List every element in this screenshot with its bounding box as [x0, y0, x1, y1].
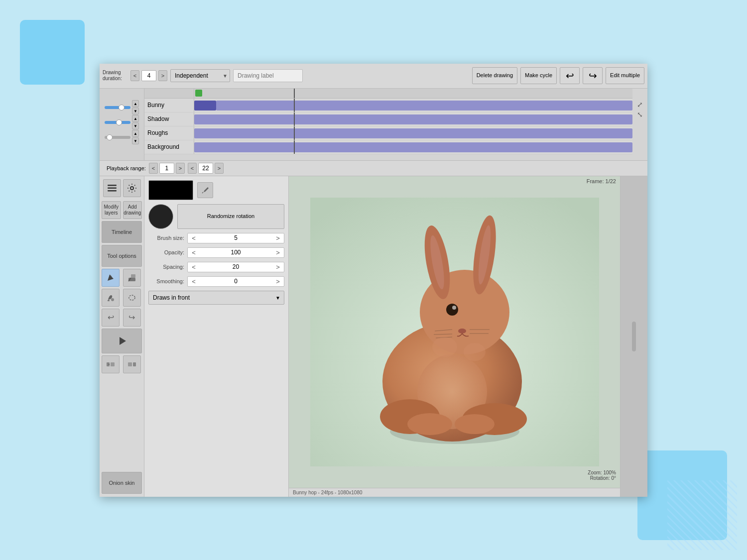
add-drawing-btn[interactable]: Add drawing	[123, 201, 142, 219]
eraser-tool-btn[interactable]	[123, 269, 141, 287]
roughs-layer-name: Roughs	[144, 126, 194, 140]
app-container: Drawing duration: < 4 > Independent Link…	[100, 64, 647, 497]
playback-end-decrease[interactable]: <	[188, 163, 197, 174]
scroll-right-btn[interactable]	[123, 355, 141, 373]
expand-btn[interactable]: ⤢	[637, 101, 643, 109]
fill-tool-btn[interactable]	[102, 289, 120, 307]
canvas-content[interactable]	[289, 176, 620, 488]
green-marker	[195, 90, 202, 97]
top-bar: Drawing duration: < 4 > Independent Link…	[100, 64, 647, 89]
play-btn[interactable]	[102, 329, 142, 353]
redo-tool-btn[interactable]: ↪	[123, 309, 141, 327]
tool-options-btn[interactable]: Tool options	[102, 245, 142, 267]
modify-layers-btn[interactable]: Modify layers	[102, 201, 121, 219]
undo-tool-btn[interactable]: ↩	[102, 309, 120, 327]
roughs-move-up[interactable]: ▲	[132, 130, 139, 137]
mode-dropdown[interactable]: Independent Linked	[170, 69, 230, 82]
brush-size-increase[interactable]: >	[274, 234, 282, 242]
roughs-track-row: Roughs	[144, 126, 632, 140]
smoothing-increase[interactable]: >	[274, 278, 282, 285]
color-swatch[interactable]	[148, 180, 193, 200]
smoothing-row: Smoothing: < 0 >	[148, 276, 284, 287]
hamburger-btn[interactable]	[103, 179, 121, 197]
mode-dropdown-wrap: Independent Linked ▼	[170, 69, 230, 82]
svg-point-21	[455, 414, 495, 434]
background-layer-name: Background	[144, 140, 194, 154]
delete-drawing-btn[interactable]: Delete drawing	[472, 67, 517, 84]
svg-rect-10	[111, 362, 115, 366]
scroll-left-btn[interactable]	[102, 355, 120, 373]
brush-size-stepper: < 5 >	[187, 233, 284, 243]
playback-start-increase[interactable]: >	[176, 163, 185, 174]
zoom-level: Zoom: 100%	[588, 470, 616, 475]
background-track-row: Background	[144, 140, 632, 154]
shadow-track-row: Shadow	[144, 112, 632, 126]
left-sidebar: Modify layers Add drawing Timeline Tool …	[100, 176, 144, 497]
playhead-background	[294, 140, 295, 154]
settings-btn[interactable]	[123, 179, 141, 197]
duration-increase-btn[interactable]: >	[158, 70, 167, 81]
modify-add-btns: Modify layers Add drawing	[102, 201, 142, 219]
brush-size-label: Brush size:	[148, 235, 184, 241]
shadow-move-down[interactable]: ▼	[132, 122, 139, 129]
opacity-decrease[interactable]: <	[190, 249, 198, 256]
contract-btn[interactable]: ⤡	[637, 111, 643, 118]
redo-btn[interactable]: ↪	[583, 67, 603, 84]
spacing-decrease[interactable]: <	[190, 263, 198, 271]
svg-rect-11	[128, 362, 132, 366]
timeline-ruler	[144, 89, 632, 99]
onion-skin-btn[interactable]: Onion skin	[102, 472, 142, 494]
playhead-roughs	[294, 126, 295, 140]
right-sidebar	[620, 176, 647, 497]
bunny-block-dark	[194, 101, 216, 111]
roughs-move-down[interactable]: ▼	[132, 137, 139, 144]
sidebar-top-icons	[103, 179, 141, 197]
svg-rect-12	[133, 362, 136, 366]
randomize-btn[interactable]: Randomize rotation	[177, 204, 284, 229]
brush-size-value: 5	[199, 234, 272, 241]
svg-point-35	[432, 337, 457, 357]
scroll-thumb[interactable]	[632, 322, 636, 351]
svg-point-28	[452, 306, 456, 310]
pen-tool-btn[interactable]	[102, 269, 120, 287]
rotation-level: Rotation: 0°	[588, 475, 616, 481]
timeline-area: ▲ ▼ ▲ ▼	[100, 89, 647, 161]
timeline-grid: Bunny Shadow Roughs	[144, 89, 632, 160]
drawing-label-input[interactable]	[233, 69, 303, 82]
svg-rect-2	[108, 190, 117, 192]
bunny-move-down[interactable]: ▼	[132, 108, 139, 114]
playback-end-increase[interactable]: >	[215, 163, 224, 174]
smoothing-value: 0	[199, 278, 272, 285]
spacing-increase[interactable]: >	[274, 263, 282, 271]
playback-start-decrease[interactable]: <	[149, 163, 158, 174]
opacity-increase[interactable]: >	[274, 249, 282, 256]
draws-dropdown-wrap: Draws in front Draws behind ▼	[148, 291, 284, 305]
shadow-layer-controls: ▲ ▼	[102, 115, 142, 129]
draws-dropdown[interactable]: Draws in front Draws behind	[148, 291, 284, 305]
smoothing-decrease[interactable]: <	[190, 278, 198, 285]
bunny-layer-controls: ▲ ▼	[102, 101, 142, 114]
duration-decrease-btn[interactable]: <	[130, 70, 139, 81]
opacity-label: Opacity:	[148, 249, 184, 255]
undo-btn[interactable]: ↩	[560, 67, 580, 84]
svg-line-13	[202, 192, 203, 193]
drawing-duration-label: Drawing duration:	[103, 70, 127, 82]
canvas-status: Bunny hop - 24fps - 1080x1080	[289, 488, 620, 497]
playback-start-stepper: < 1 >	[149, 163, 185, 174]
eyedropper-btn[interactable]	[197, 182, 213, 198]
brush-size-decrease[interactable]: <	[190, 234, 198, 242]
playhead-shadow	[294, 112, 295, 126]
bunny-move-up[interactable]: ▲	[132, 100, 139, 107]
svg-point-7	[129, 295, 135, 300]
spacing-label: Spacing:	[148, 264, 184, 270]
edit-multiple-btn[interactable]: Edit multiple	[606, 67, 644, 84]
shadow-move-up[interactable]: ▲	[132, 115, 139, 122]
lasso-tool-btn[interactable]	[123, 289, 141, 307]
make-cycle-btn[interactable]: Make cycle	[520, 67, 557, 84]
layer-controls: ▲ ▼ ▲ ▼	[100, 89, 144, 160]
roughs-layer-controls: ▲ ▼	[102, 130, 142, 144]
timeline-btn[interactable]: Timeline	[102, 221, 142, 243]
svg-point-29	[458, 329, 466, 334]
playback-range: Playback range: < 1 > < 22 >	[100, 161, 647, 176]
brush-shape-circle[interactable]	[148, 204, 173, 229]
